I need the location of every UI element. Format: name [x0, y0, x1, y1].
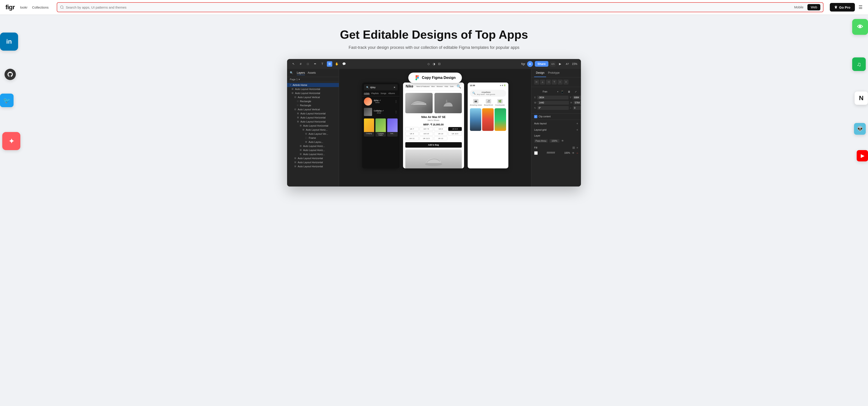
h-input[interactable]: [574, 101, 581, 105]
toggle-mobile-btn[interactable]: Mobile: [791, 4, 807, 10]
figma-play-btn[interactable]: ▶: [557, 61, 563, 67]
layer-item[interactable]: ⊟Auto Layout Vertical: [287, 95, 339, 99]
figma-tool-frame[interactable]: #: [298, 61, 303, 67]
layer-item[interactable]: ⊞Auto Layout Horiz...: [287, 148, 339, 152]
airbnb-cat-countryside[interactable]: 🌿 Countryside: [495, 99, 505, 106]
layer-item[interactable]: ⊞Auto Layout Horizontal: [287, 120, 339, 124]
align-right-icon[interactable]: ⊣: [546, 80, 551, 85]
nike-add-to-bag-button[interactable]: Add to Bag: [405, 142, 462, 148]
nike-size-uk85[interactable]: UK 8.5: [448, 127, 462, 131]
layer-item[interactable]: ⊞Auto Layout Horiz...: [287, 144, 339, 148]
align-bottom-icon[interactable]: ⊧: [563, 80, 568, 85]
auto-layout-add-icon[interactable]: +: [577, 122, 578, 125]
go-pro-button[interactable]: ♛ Go Pro: [830, 3, 855, 11]
layer-item[interactable]: ⊞Auto Layout Horizontal: [287, 112, 339, 116]
layer-item[interactable]: ⊟Auto Layout Ver...: [287, 132, 339, 136]
figma-tool-hand[interactable]: ✋: [334, 61, 340, 67]
copy-figma-design-button[interactable]: Copy Figma Design: [408, 72, 462, 83]
nike-size-uk10[interactable]: UK 10: [434, 132, 447, 136]
airbnb-cat-amazing-views[interactable]: 🏔 Amazing views: [470, 99, 482, 106]
layer-item[interactable]: ⬚Frame: [287, 136, 339, 140]
spotify-tab-songs[interactable]: Songs: [381, 92, 386, 95]
layer-item[interactable]: ⊞Auto Layout Horizontal: [287, 164, 339, 168]
x-input[interactable]: [537, 96, 568, 99]
toggle-web-btn[interactable]: Web: [807, 4, 820, 10]
layer-item[interactable]: ⊞Auto Layout Horiz...: [287, 128, 339, 132]
expand-frame-icon[interactable]: ⤢: [573, 89, 578, 94]
y-input[interactable]: [572, 96, 581, 99]
nike-search-icon[interactable]: 🔍: [457, 84, 461, 89]
layer-item[interactable]: ⊞Auto Layout Horizontal: [287, 160, 339, 164]
nike-size-uk7[interactable]: UK 7: [405, 127, 419, 131]
phone-icon[interactable]: 📱: [560, 89, 565, 94]
spotify-options-icon-1[interactable]: ⋮: [395, 100, 398, 103]
nike-size-uk11[interactable]: UK 11: [405, 136, 419, 140]
fill-grid-icon[interactable]: ⊞: [572, 146, 575, 149]
desktop-icon[interactable]: 🖥: [566, 89, 571, 94]
figma-tool-text[interactable]: T: [320, 61, 325, 67]
align-left-icon[interactable]: ⊢: [534, 80, 539, 85]
nike-size-uk95[interactable]: UK 9.5: [420, 132, 433, 136]
spotify-tab-albums[interactable]: Albums: [388, 92, 395, 95]
layer-visibility-icon[interactable]: 👁: [561, 139, 564, 143]
layer-item[interactable]: ⊟Auto Layout Vertical: [287, 107, 339, 112]
figma-tool-fill[interactable]: ◇: [426, 61, 431, 67]
figma-page-selector[interactable]: Page 1 ▾: [287, 77, 339, 82]
layout-grid-add-icon[interactable]: +: [577, 128, 578, 131]
figma-tool-rect[interactable]: □: [305, 61, 311, 67]
layer-item[interactable]: ⊞Auto Layout Horiz...: [287, 152, 339, 156]
figma-prototype-tab[interactable]: Prototype: [546, 69, 561, 77]
fill-add-icon[interactable]: +: [577, 146, 578, 149]
figma-assets-tab[interactable]: Assets: [308, 71, 316, 75]
figma-tool-components[interactable]: ⊞: [327, 61, 332, 67]
align-center-v-icon[interactable]: ⊦: [558, 80, 563, 85]
layer-item[interactable]: ⊞Auto Layou...: [287, 140, 339, 144]
airbnb-cat-beachfront[interactable]: 🏖 Beachfront: [484, 99, 493, 106]
nav-collections[interactable]: Collections: [32, 5, 49, 9]
layer-item[interactable]: ⊞Auto Layout Horizontal: [287, 116, 339, 120]
layer-item[interactable]: ≡Airbnb Home: [287, 83, 339, 87]
figma-share-button[interactable]: Share: [535, 61, 548, 67]
corner-input[interactable]: [573, 106, 581, 110]
figma-tool-pen[interactable]: ✒: [312, 61, 318, 67]
layer-item[interactable]: ⊞Auto Layout Horizontal: [287, 87, 339, 91]
layer-item[interactable]: □Rectangle: [287, 103, 339, 107]
figma-tool-arrange[interactable]: ⊡: [437, 61, 442, 67]
layer-item[interactable]: ⊞Auto Layout Horizontal: [287, 91, 339, 95]
figma-tool-comment[interactable]: 💬: [341, 61, 347, 67]
nike-size-uk105[interactable]: UK 10.5: [448, 132, 462, 136]
nike-size-uk75[interactable]: UK 7.5: [420, 127, 433, 131]
w-input[interactable]: [537, 101, 569, 105]
figma-accessibility[interactable]: A?: [565, 61, 570, 67]
figma-tool-contrast[interactable]: ◑: [431, 61, 437, 67]
figma-layers-tab[interactable]: Layers: [297, 71, 305, 75]
align-center-h-icon[interactable]: ⊥: [540, 80, 545, 85]
nike-size-uk12[interactable]: UK 12: [434, 136, 447, 140]
rotation-input[interactable]: [537, 106, 569, 110]
layer-opacity[interactable]: 100%: [550, 139, 559, 143]
layer-item[interactable]: ⊞Auto Layout Horizontal: [287, 156, 339, 160]
layer-item[interactable]: □Rectangle: [287, 99, 339, 103]
figma-tool-cursor[interactable]: ↖: [291, 61, 296, 67]
align-top-icon[interactable]: ⊤: [552, 80, 557, 85]
layer-blend-mode[interactable]: Pass throu: [534, 139, 548, 143]
figma-design-tab[interactable]: Design: [534, 69, 546, 77]
brand-logo[interactable]: figr: [5, 4, 15, 11]
airbnb-search-bar[interactable]: 🔍 Anywhere Any week · Add guests: [470, 90, 506, 97]
spotify-options-icon-2[interactable]: ⋮: [395, 110, 398, 114]
fill-visibility-icon[interactable]: 👁: [572, 152, 575, 155]
spotify-tab-playlists[interactable]: Playlists: [371, 92, 379, 95]
nike-size-uk8[interactable]: UK 8: [434, 127, 447, 131]
search-input[interactable]: [66, 5, 791, 9]
fill-color-swatch[interactable]: [534, 151, 538, 155]
figma-sidebar-search-icon[interactable]: 🔍: [290, 71, 293, 74]
fill-remove-icon[interactable]: −: [577, 151, 578, 155]
spotify-tab-artists[interactable]: Artists: [364, 92, 370, 95]
figma-code-view[interactable]: </>: [550, 61, 556, 67]
layer-item[interactable]: ⊞Auto Layout Horizontal: [287, 124, 339, 128]
nike-size-uk9[interactable]: UK 9: [405, 132, 419, 136]
figma-canvas[interactable]: Copy Figma Design 🔍 dplay ✕ Artists Pla: [339, 69, 531, 187]
nav-lookr[interactable]: lookr: [20, 5, 28, 9]
hamburger-menu[interactable]: ☰: [859, 4, 863, 10]
nike-size-uk115[interactable]: UK 11.5: [420, 136, 433, 140]
